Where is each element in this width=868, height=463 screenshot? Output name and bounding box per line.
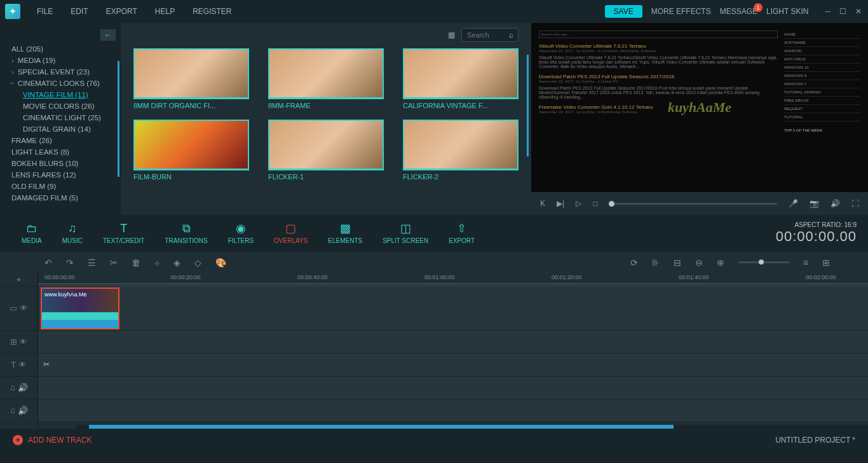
keyframe-icon[interactable]: ◇	[194, 258, 201, 268]
cat-movie-colors[interactable]: MOVIE COLORS (26)	[0, 100, 121, 112]
effect-thumb[interactable]: 8MM-FRAME	[268, 48, 384, 109]
effect-thumb[interactable]: 8MM DIRT ORGANIC FI...	[133, 48, 249, 109]
text-track-head[interactable]: T 👁	[0, 354, 37, 377]
delete-icon[interactable]: 🗑	[132, 258, 140, 268]
add-track-button[interactable]: + ADD NEW TRACK	[13, 435, 92, 445]
text-track[interactable]: ✂	[38, 354, 868, 377]
window-close-icon[interactable]: ✕	[854, 6, 863, 17]
tab-elements[interactable]: ▩ELEMENTS	[318, 221, 372, 244]
tab-split-screen[interactable]: ◫SPLIT SCREEN	[372, 221, 438, 244]
marker-icon[interactable]: ⊪	[652, 258, 660, 268]
cat-damaged-film[interactable]: DAMAGED FILM (5)	[0, 192, 121, 204]
cat-vintage-film[interactable]: VINTAGE FILM (11)	[0, 89, 121, 100]
cat-bokeh-blurs[interactable]: BOKEH BLURS (10)	[0, 158, 121, 169]
cat-light-leaks[interactable]: LIGHT LEAKS (8)	[0, 146, 121, 158]
window-minimize-icon[interactable]: ─	[824, 6, 832, 17]
effect-icon[interactable]: ◈	[173, 258, 180, 268]
cat-cinematic-light[interactable]: CINEMATIC LIGHT (25)	[0, 112, 121, 123]
track-headers: ⌖ ▭ 👁 ⊞ 👁 T 👁 ♫ 🔊 ♫ 🔊	[0, 273, 38, 429]
color-icon[interactable]: 🎨	[215, 258, 226, 268]
grid-view-icon[interactable]: ▦	[448, 31, 455, 39]
voiceover-icon[interactable]: 🎤	[789, 199, 798, 208]
stop-button[interactable]: □	[593, 199, 597, 208]
zoom-out-icon[interactable]: ⊖	[695, 258, 703, 268]
next-frame-button[interactable]: ▶|	[557, 199, 564, 208]
search-input[interactable]	[467, 31, 505, 39]
cat-old-film[interactable]: OLD FILM (9)	[0, 181, 121, 192]
tab-filters[interactable]: ◉FILTERS	[218, 221, 264, 244]
audio-track-head-2[interactable]: ♫ 🔊	[0, 399, 37, 422]
message-link[interactable]: MESSAGE1	[720, 7, 757, 16]
snapshot-icon[interactable]: 📷	[810, 199, 819, 208]
prev-frame-button[interactable]: K	[540, 199, 545, 208]
menu-register[interactable]: REGISTER	[184, 2, 240, 21]
menu-file[interactable]: FILE	[28, 2, 62, 21]
music-icon: ♫	[68, 222, 77, 235]
effect-thumb[interactable]: FLICKER-1	[268, 120, 384, 181]
play-button[interactable]: ▷	[576, 199, 581, 208]
audio-track-1[interactable]	[38, 377, 868, 399]
settings-icon[interactable]: ☰	[88, 258, 96, 268]
effect-thumb[interactable]: FLICKER-2	[403, 120, 519, 181]
audio-track-head-1[interactable]: ♫ 🔊	[0, 377, 37, 399]
save-button[interactable]: SAVE	[605, 5, 642, 18]
cat-special-event[interactable]: SPECIAL EVENT (23)	[0, 66, 121, 78]
grid-icon[interactable]: ⊞	[822, 258, 830, 268]
video-track[interactable]: www.kuyhAa.Me	[38, 286, 868, 331]
sidebar-back-button[interactable]: ←	[100, 29, 116, 41]
tab-transitions[interactable]: ⧉TRANSITIONS	[154, 222, 217, 244]
timeline-toolbar: ↶ ↷ ☰ ✂ 🗑 ⟐ ◈ ◇ 🎨 ⟳ ⊪ ⊟ ⊖ ⊕ ≡ ⊞	[0, 251, 868, 273]
cat-all[interactable]: ALL (205)	[0, 43, 121, 55]
volume-icon[interactable]: 🔊	[831, 199, 840, 208]
overlay-track[interactable]	[38, 331, 868, 354]
search-icon[interactable]: ⌕	[509, 31, 513, 39]
preview-controls: K ▶| ▷ □ 🎤 📷 🔊 ⛶	[531, 192, 868, 215]
tab-music[interactable]: ♫MUSIC	[52, 222, 93, 244]
timeline-scrollbar[interactable]	[76, 425, 868, 429]
tab-media[interactable]: 🗀MEDIA	[11, 222, 52, 244]
audio-track-2[interactable]	[38, 399, 868, 422]
menu-edit[interactable]: EDIT	[62, 2, 97, 21]
list-icon[interactable]: ≡	[803, 258, 808, 268]
video-track-head[interactable]: ▭ 👁	[0, 286, 37, 331]
window-maximize-icon[interactable]: ☐	[838, 6, 848, 17]
tracks-area[interactable]: 00:00:00:00 00:00:20:00 00:00:40:00 00:0…	[38, 273, 868, 429]
cat-media[interactable]: MEDIA (19)	[0, 55, 121, 66]
more-effects-link[interactable]: MORE EFFECTS	[651, 7, 711, 16]
clip-label: www.kuyhAa.Me	[42, 289, 118, 312]
fullscreen-icon[interactable]: ⛶	[851, 199, 859, 208]
gallery-scrollbar[interactable]	[527, 55, 529, 156]
render-icon[interactable]: ⟳	[630, 258, 638, 268]
top-menubar: ✦ FILE EDIT EXPORT HELP REGISTER SAVE MO…	[0, 0, 868, 23]
tab-overlays[interactable]: ▢OVERLAYS	[264, 221, 318, 244]
tab-text[interactable]: TTEXT/CREDIT	[93, 222, 155, 244]
message-badge: 1	[754, 3, 763, 12]
zoom-slider[interactable]	[738, 261, 789, 263]
video-clip[interactable]: www.kuyhAa.Me	[41, 287, 119, 329]
redo-icon[interactable]: ↷	[66, 258, 74, 268]
module-tabs: 🗀MEDIA ♫MUSIC TTEXT/CREDIT ⧉TRANSITIONS …	[0, 215, 868, 251]
undo-icon[interactable]: ↶	[44, 258, 52, 268]
zoom-in-icon[interactable]: ⊕	[717, 258, 724, 268]
text-icon: T	[120, 222, 127, 235]
timeline-ruler[interactable]: 00:00:00:00 00:00:20:00 00:00:40:00 00:0…	[38, 273, 868, 284]
cut-icon[interactable]: ✂	[110, 258, 118, 268]
effect-thumb[interactable]: FILM-BURN	[133, 120, 249, 181]
cat-digital-grain[interactable]: DIGITAL GRAIN (14)	[0, 123, 121, 135]
crop-icon[interactable]: ⟐	[154, 258, 159, 268]
overlay-track-head[interactable]: ⊞ 👁	[0, 331, 37, 354]
cat-lens-flares[interactable]: LENS FLARES (12)	[0, 169, 121, 181]
light-skin-link[interactable]: LIGHT SKIN	[766, 7, 808, 16]
footer-bar: + ADD NEW TRACK UNTITLED PROJECT *	[0, 429, 868, 452]
cat-cinematic-looks[interactable]: CINEMATIC LOOKS (76)	[0, 78, 121, 89]
cat-frame[interactable]: FRAME (26)	[0, 135, 121, 146]
menu-help[interactable]: HELP	[146, 2, 184, 21]
tab-export[interactable]: ⇧EXPORT	[438, 221, 485, 244]
zoom-fit-icon[interactable]: ⊟	[674, 258, 681, 268]
search-box[interactable]: ⌕	[461, 28, 519, 42]
sidebar-scrollbar[interactable]	[118, 61, 119, 177]
playback-slider[interactable]	[609, 203, 777, 205]
effect-thumb[interactable]: CALIFORNIA VINTAGE F...	[403, 48, 519, 109]
preview-viewport: kuyhAaMe Search this site... Xilisoft Vi…	[531, 23, 868, 192]
menu-export[interactable]: EXPORT	[97, 2, 146, 21]
